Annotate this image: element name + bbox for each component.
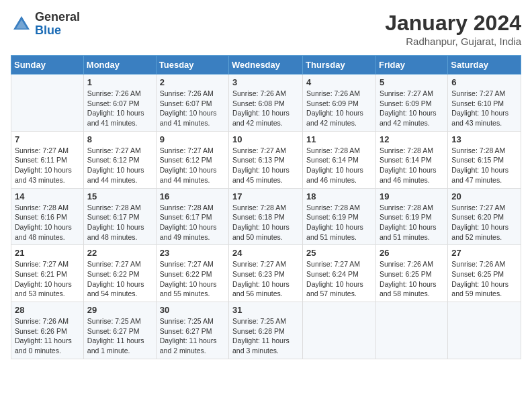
day-info: Sunrise: 7:27 AMSunset: 6:10 PMDaylight:… [451,89,517,128]
day-info: Sunrise: 7:27 AMSunset: 6:22 PMDaylight:… [87,259,152,299]
day-number: 2 [160,77,225,87]
calendar-cell: 29Sunrise: 7:25 AMSunset: 6:27 PMDayligh… [83,302,156,359]
day-info: Sunrise: 7:26 AMSunset: 6:25 PMDaylight:… [451,259,517,299]
day-info: Sunrise: 7:28 AMSunset: 6:17 PMDaylight:… [160,203,225,242]
day-header-sunday: Sunday [11,56,84,75]
day-info: Sunrise: 7:25 AMSunset: 6:27 PMDaylight:… [160,316,225,356]
calendar-cell: 6Sunrise: 7:27 AMSunset: 6:10 PMDaylight… [448,75,521,132]
calendar-cell: 23Sunrise: 7:27 AMSunset: 6:22 PMDayligh… [156,245,228,302]
title-area: January 2024 Radhanpur, Gujarat, India [385,11,521,47]
day-number: 12 [380,134,444,144]
calendar-cell [375,302,447,359]
day-info: Sunrise: 7:28 AMSunset: 6:14 PMDaylight:… [380,146,444,185]
day-number: 6 [451,77,517,87]
calendar-cell: 19Sunrise: 7:28 AMSunset: 6:19 PMDayligh… [375,188,447,245]
logo: General Blue [11,11,80,38]
day-header-friday: Friday [375,56,447,75]
calendar-cell: 28Sunrise: 7:26 AMSunset: 6:26 PMDayligh… [11,302,84,359]
day-number: 22 [87,248,152,258]
day-number: 1 [87,77,152,87]
calendar-week-2: 7Sunrise: 7:27 AMSunset: 6:11 PMDaylight… [11,131,521,188]
day-info: Sunrise: 7:25 AMSunset: 6:28 PMDaylight:… [232,316,299,356]
calendar-cell: 26Sunrise: 7:26 AMSunset: 6:25 PMDayligh… [375,245,447,302]
day-info: Sunrise: 7:25 AMSunset: 6:27 PMDaylight:… [87,316,152,356]
day-info: Sunrise: 7:27 AMSunset: 6:22 PMDaylight:… [160,259,225,299]
calendar-cell: 13Sunrise: 7:28 AMSunset: 6:15 PMDayligh… [448,131,521,188]
day-header-monday: Monday [83,56,156,75]
calendar-cell: 12Sunrise: 7:28 AMSunset: 6:14 PMDayligh… [375,131,447,188]
calendar-cell: 9Sunrise: 7:27 AMSunset: 6:12 PMDaylight… [156,131,228,188]
calendar-week-3: 14Sunrise: 7:28 AMSunset: 6:16 PMDayligh… [11,188,521,245]
day-number: 17 [232,191,299,201]
calendar-cell [11,75,84,132]
day-info: Sunrise: 7:27 AMSunset: 6:12 PMDaylight:… [87,146,152,185]
day-info: Sunrise: 7:28 AMSunset: 6:16 PMDaylight:… [15,203,80,242]
day-number: 8 [87,134,152,144]
calendar-cell: 27Sunrise: 7:26 AMSunset: 6:25 PMDayligh… [448,245,521,302]
calendar-cell: 22Sunrise: 7:27 AMSunset: 6:22 PMDayligh… [83,245,156,302]
day-header-wednesday: Wednesday [229,56,303,75]
calendar-cell: 3Sunrise: 7:26 AMSunset: 6:08 PMDaylight… [229,75,303,132]
calendar-cell: 8Sunrise: 7:27 AMSunset: 6:12 PMDaylight… [83,131,156,188]
day-header-saturday: Saturday [448,56,521,75]
day-info: Sunrise: 7:26 AMSunset: 6:08 PMDaylight:… [232,89,299,128]
day-info: Sunrise: 7:27 AMSunset: 6:09 PMDaylight:… [380,89,444,128]
day-number: 20 [451,191,517,201]
calendar-cell [303,302,376,359]
day-number: 14 [15,191,80,201]
day-info: Sunrise: 7:28 AMSunset: 6:17 PMDaylight:… [87,203,152,242]
calendar-cell: 14Sunrise: 7:28 AMSunset: 6:16 PMDayligh… [11,188,84,245]
day-info: Sunrise: 7:26 AMSunset: 6:07 PMDaylight:… [160,89,225,128]
day-info: Sunrise: 7:28 AMSunset: 6:18 PMDaylight:… [232,203,299,242]
day-number: 21 [15,248,80,258]
logo-blue: Blue [35,24,61,37]
day-number: 5 [380,77,444,87]
day-number: 13 [451,134,517,144]
day-info: Sunrise: 7:27 AMSunset: 6:12 PMDaylight:… [160,146,225,185]
day-info: Sunrise: 7:28 AMSunset: 6:14 PMDaylight:… [306,146,372,185]
logo-text: General Blue [35,11,80,38]
day-number: 4 [306,77,372,87]
calendar-cell [448,302,521,359]
calendar-cell: 16Sunrise: 7:28 AMSunset: 6:17 PMDayligh… [156,188,228,245]
calendar-cell: 31Sunrise: 7:25 AMSunset: 6:28 PMDayligh… [229,302,303,359]
logo-general: General [35,10,80,24]
calendar-cell: 20Sunrise: 7:27 AMSunset: 6:20 PMDayligh… [448,188,521,245]
logo-icon [11,13,32,35]
calendar-table: SundayMondayTuesdayWednesdayThursdayFrid… [11,55,521,359]
day-info: Sunrise: 7:26 AMSunset: 6:25 PMDaylight:… [380,259,444,299]
day-number: 29 [87,305,152,315]
calendar-cell: 2Sunrise: 7:26 AMSunset: 6:07 PMDaylight… [156,75,228,132]
location: Radhanpur, Gujarat, India [385,36,521,47]
day-info: Sunrise: 7:27 AMSunset: 6:23 PMDaylight:… [232,259,299,299]
day-info: Sunrise: 7:27 AMSunset: 6:21 PMDaylight:… [15,259,80,299]
calendar-cell: 4Sunrise: 7:26 AMSunset: 6:09 PMDaylight… [303,75,376,132]
day-number: 19 [380,191,444,201]
day-number: 23 [160,248,225,258]
day-number: 9 [160,134,225,144]
day-info: Sunrise: 7:27 AMSunset: 6:24 PMDaylight:… [306,259,372,299]
day-number: 3 [232,77,299,87]
day-info: Sunrise: 7:27 AMSunset: 6:11 PMDaylight:… [15,146,80,185]
calendar-cell: 21Sunrise: 7:27 AMSunset: 6:21 PMDayligh… [11,245,84,302]
calendar-cell: 5Sunrise: 7:27 AMSunset: 6:09 PMDaylight… [375,75,447,132]
day-number: 11 [306,134,372,144]
day-number: 26 [380,248,444,258]
day-info: Sunrise: 7:28 AMSunset: 6:19 PMDaylight:… [306,203,372,242]
calendar-cell: 10Sunrise: 7:27 AMSunset: 6:13 PMDayligh… [229,131,303,188]
day-number: 16 [160,191,225,201]
calendar-week-5: 28Sunrise: 7:26 AMSunset: 6:26 PMDayligh… [11,302,521,359]
calendar-cell: 1Sunrise: 7:26 AMSunset: 6:07 PMDaylight… [83,75,156,132]
day-info: Sunrise: 7:26 AMSunset: 6:26 PMDaylight:… [15,316,80,356]
day-number: 30 [160,305,225,315]
calendar-cell: 7Sunrise: 7:27 AMSunset: 6:11 PMDaylight… [11,131,84,188]
day-number: 31 [232,305,299,315]
page-header: General Blue January 2024 Radhanpur, Guj… [11,11,521,47]
day-info: Sunrise: 7:26 AMSunset: 6:09 PMDaylight:… [306,89,372,128]
calendar-cell: 15Sunrise: 7:28 AMSunset: 6:17 PMDayligh… [83,188,156,245]
day-number: 15 [87,191,152,201]
day-info: Sunrise: 7:27 AMSunset: 6:20 PMDaylight:… [451,203,517,242]
day-number: 18 [306,191,372,201]
calendar-cell: 24Sunrise: 7:27 AMSunset: 6:23 PMDayligh… [229,245,303,302]
day-number: 27 [451,248,517,258]
